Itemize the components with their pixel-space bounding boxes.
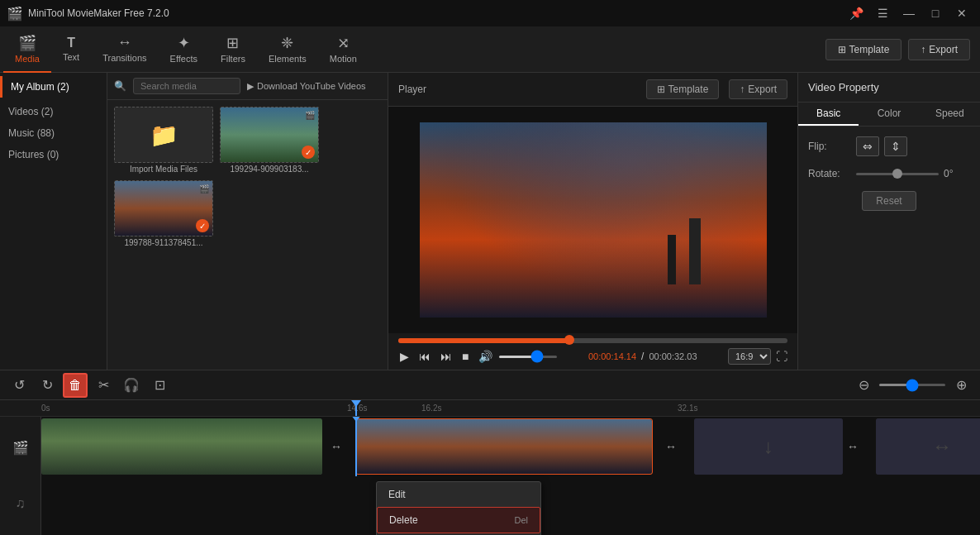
sidebar-item-videos[interactable]: Videos (2) (0, 101, 107, 122)
toolbar-item-elements[interactable]: ❈ Elements (257, 26, 318, 73)
ctx-edit[interactable]: Edit (377, 482, 540, 507)
export-button[interactable]: ↑ Export (908, 39, 970, 60)
smoke-overlay (420, 122, 767, 318)
timeline-ruler: 0s 14.6s 16.2s 32.1s (0, 400, 980, 417)
sidebar-item-pictures[interactable]: Pictures (0) (0, 144, 107, 165)
sidebar-item-music[interactable]: Music (88) (0, 122, 107, 144)
stop-button[interactable]: ■ (460, 348, 470, 365)
delete-button[interactable]: 🗑 (63, 373, 88, 398)
media-item-2[interactable]: 🎬 ✓ 199788-911378451... (114, 180, 213, 247)
audio-button[interactable]: 🎧 (119, 373, 144, 398)
template-label: Template (849, 44, 890, 55)
media-item-1[interactable]: 🎬 ✓ 199294-909903183... (220, 107, 319, 174)
effects-icon: ✦ (178, 34, 190, 52)
media-thumb-img-1: 🎬 ✓ (220, 107, 319, 163)
pin-button[interactable]: 📌 (844, 2, 868, 25)
menu-button[interactable]: ☰ (871, 2, 894, 25)
ctx-delete[interactable]: Delete Del (377, 507, 540, 533)
search-input[interactable] (133, 78, 240, 94)
flip-horizontal-button[interactable]: ⇔ (856, 136, 879, 156)
export-icon: ↑ (921, 44, 925, 55)
toolbar-item-motion[interactable]: ⤨ Motion (318, 26, 369, 73)
video-clip-3[interactable]: ↓ (694, 418, 843, 475)
video-icon-2: 🎬 (199, 184, 209, 193)
zoom-out-icon[interactable]: ⊖ (851, 373, 876, 398)
video-clip-4[interactable]: ↔ (876, 418, 980, 475)
undo-button[interactable]: ↺ (7, 373, 31, 398)
clip-transition-arrow-3[interactable]: ↔ (847, 440, 859, 453)
export-player-button[interactable]: ↑ Export (729, 79, 787, 99)
toolbar-elements-label: Elements (269, 54, 307, 64)
transitions-icon: ↔ (117, 34, 132, 51)
crop-button[interactable]: ⊡ (147, 373, 172, 398)
titlebar-controls: 📌 ☰ — □ ✕ (844, 2, 973, 25)
video-clip-1[interactable] (41, 418, 322, 475)
timeline-toolbar: ↺ ↻ 🗑 ✂ 🎧 ⊡ ⊖ ⊕ (0, 370, 980, 400)
progress-thumb[interactable] (564, 335, 574, 345)
prev-button[interactable]: ⏮ (417, 348, 432, 365)
close-button[interactable]: ✕ (950, 2, 973, 25)
video-track: ↔ ↔ ↓ ↔ ↔ (41, 417, 980, 476)
toolbar-item-transitions[interactable]: ↔ Transitions (91, 26, 158, 73)
titlebar-left: 🎬 MiniTool MovieMaker Free 7.2.0 (7, 6, 169, 21)
clip-3-icon: ↓ (764, 435, 773, 458)
prop-tab-color[interactable]: Color (859, 103, 919, 126)
player: Player ⊞ Template ↑ Export (388, 73, 798, 370)
player-header: Player ⊞ Template ↑ Export (388, 73, 797, 107)
flip-row: Flip: ⇔ ⇕ (808, 136, 970, 156)
properties-header: Video Property (798, 73, 980, 103)
play-button[interactable]: ▶ (398, 348, 411, 365)
toolbar-item-effects[interactable]: ✦ Effects (159, 26, 209, 73)
volume-row: 🔊 (477, 348, 557, 365)
clip-2-thumb (356, 419, 652, 474)
redo-button[interactable]: ↻ (35, 373, 59, 398)
toolbar-item-filters[interactable]: ⊞ Filters (209, 26, 257, 73)
template-player-label: Template (668, 84, 709, 95)
template-icon: ⊞ (838, 44, 846, 55)
toolbar-item-media[interactable]: 🎬 Media (3, 26, 51, 73)
flip-vertical-button[interactable]: ⇕ (884, 136, 907, 156)
prop-tab-basic[interactable]: Basic (798, 103, 859, 126)
minimize-button[interactable]: — (897, 2, 921, 25)
template-player-button[interactable]: ⊞ Template (646, 79, 720, 99)
time-total: 00:00:32.03 (649, 351, 697, 361)
player-title: Player (398, 84, 426, 95)
clip-transition-arrow-2[interactable]: ↔ (665, 440, 677, 453)
text-icon: T (67, 36, 75, 50)
volume-button[interactable]: 🔊 (477, 348, 494, 365)
import-thumb[interactable]: 📁 (114, 107, 213, 163)
volume-slider[interactable] (499, 356, 557, 358)
download-youtube-button[interactable]: ▶ Download YouTube Videos (247, 81, 366, 92)
toolbar-media-label: Media (15, 54, 40, 64)
prop-tab-speed[interactable]: Speed (920, 103, 980, 126)
playhead[interactable] (355, 417, 357, 476)
import-label: Import Media Files (114, 165, 213, 174)
player-header-right: ⊞ Template ↑ Export (646, 79, 787, 99)
zoom-slider[interactable] (879, 384, 945, 386)
template-player-icon: ⊞ (657, 84, 665, 95)
progress-bar[interactable] (398, 338, 787, 343)
import-folder-icon: 📁 (150, 122, 178, 149)
rotate-label: Rotate: (808, 168, 849, 179)
fullscreen-button[interactable]: ⛶ (776, 350, 787, 363)
cut-button[interactable]: ✂ (91, 373, 116, 398)
next-button[interactable]: ⏭ (439, 348, 454, 365)
properties-tabs: Basic Color Speed (798, 103, 980, 127)
timeline-toolbar-right: ⊖ ⊕ (851, 373, 973, 398)
import-media-tile[interactable]: 📁 Import Media Files (114, 107, 213, 174)
template-button[interactable]: ⊞ Template (825, 39, 902, 60)
maximize-button[interactable]: □ (924, 2, 947, 25)
ratio-select[interactable]: 16:9 9:16 4:3 1:1 (728, 348, 771, 365)
video-clip-2[interactable] (355, 418, 653, 475)
video-frame (420, 122, 767, 318)
zoom-in-button[interactable]: ⊕ (949, 373, 973, 398)
check-badge-2: ✓ (196, 219, 209, 232)
search-icon: 🔍 (114, 80, 126, 92)
reset-button[interactable]: Reset (862, 191, 916, 211)
properties-content: Flip: ⇔ ⇕ Rotate: 0° Reset (798, 127, 980, 227)
rotate-slider[interactable] (856, 173, 939, 175)
clip-transition-arrow-1[interactable]: ↔ (331, 440, 342, 453)
audio-track-label: ♫ (0, 479, 40, 528)
timeline-content: 🎬 ♫ ↔ ↔ (0, 417, 980, 535)
toolbar-item-text[interactable]: T Text (51, 26, 91, 73)
